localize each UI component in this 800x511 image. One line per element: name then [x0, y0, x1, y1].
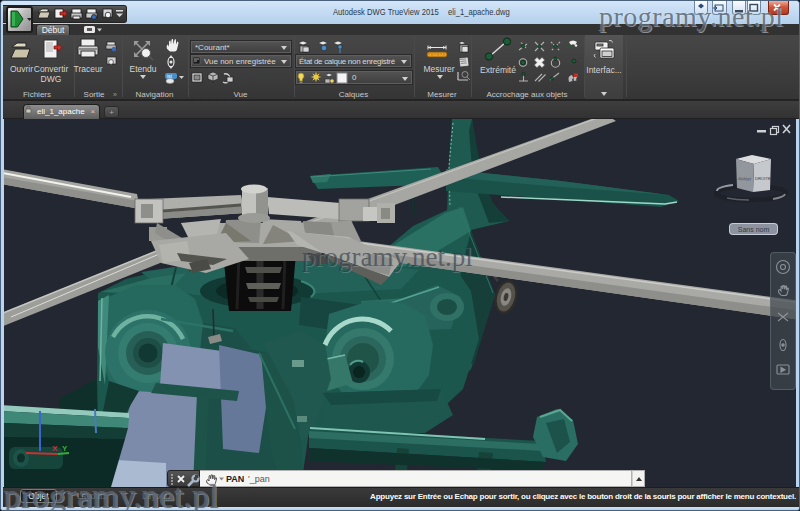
svg-text:DROITE: DROITE [755, 176, 771, 181]
svg-text:X: X [52, 444, 58, 453]
svg-text:Y: Y [62, 444, 68, 453]
svg-text:AVANT: AVANT [738, 176, 752, 182]
